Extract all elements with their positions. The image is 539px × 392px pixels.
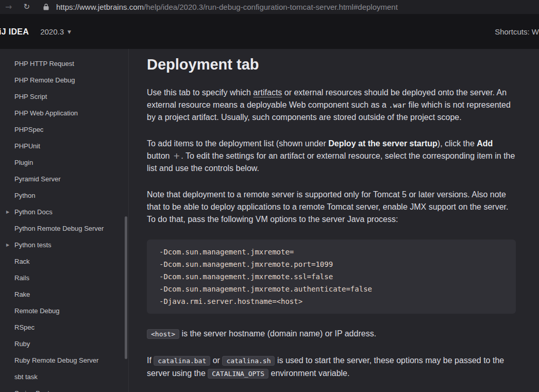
url-domain: https://www.jetbrains.com (56, 3, 144, 11)
site-header: iJ IDEA 2020.3▼ Shortcuts: W (0, 14, 539, 49)
version-selector[interactable]: 2020.3▼ (40, 27, 71, 36)
catalina-paragraph: If catalina.bat or catalina.sh is used t… (147, 354, 516, 380)
text-run: To add items to the deployment list (sho… (147, 139, 328, 148)
sidebar-item-rack[interactable]: Rack (0, 253, 128, 269)
sidebar-item-remote-debug[interactable]: Remote Debug (0, 302, 128, 319)
vm-options-code-block: -Dcom.sun.management.jmxremote=-Dcom.sun… (147, 240, 516, 314)
sidebar-item-label: Rack (14, 258, 30, 265)
sidebar-item-label: PHPUnit (14, 142, 40, 150)
address-bar[interactable]: https://www.jetbrains.com/help/idea/2020… (56, 3, 534, 11)
sidebar-item-php-remote-debug[interactable]: PHP Remote Debug (0, 72, 128, 88)
code-line: -Dcom.sun.management.jmxremote.port=1099 (159, 258, 503, 270)
sidebar-item-label: Remote Debug (14, 307, 59, 315)
sidebar-item-label: sbt task (14, 373, 38, 381)
text-run: If (147, 356, 154, 365)
sidebar-item-label: Rails (14, 274, 29, 282)
sidebar-item-rails[interactable]: Rails (0, 269, 128, 286)
chevron-down-icon: ▼ (68, 29, 71, 35)
sidebar-item-label: Rake (14, 291, 30, 298)
browser-nav-icons: → ↻ (5, 3, 30, 11)
bold-run: Add (477, 139, 493, 148)
sidebar-item-php-http-request[interactable]: PHP HTTP Request (0, 55, 128, 72)
add-icon: + (172, 151, 181, 161)
sidebar-item-rake[interactable]: Rake (0, 286, 128, 302)
sidebar-item-label: PHP HTTP Request (14, 60, 74, 67)
sidebar-item-sbt-task[interactable]: sbt task (0, 368, 128, 385)
url-path: /help/idea/2020.3/run-debug-configuratio… (144, 3, 398, 11)
add-items-paragraph: To add items to the deployment list (sho… (147, 138, 516, 175)
forward-icon[interactable]: → (5, 3, 12, 11)
sidebar-item-label: Plugin (14, 159, 33, 166)
text-run: or (210, 356, 222, 365)
product-logo[interactable]: iJ IDEA (0, 27, 29, 37)
sidebar-item-python-remote-debug-server[interactable]: Python Remote Debug Server (0, 220, 128, 236)
sidebar-item-python-tests[interactable]: ▶Python tests (0, 236, 128, 253)
sidebar-item-label: Ruby (14, 340, 30, 348)
version-label: 2020.3 (40, 27, 64, 36)
chevron-right-icon[interactable]: ▶ (6, 243, 9, 247)
sidebar-item-plugin[interactable]: Plugin (0, 154, 128, 171)
sidebar-item-spring-boot[interactable]: Spring Boot (0, 385, 128, 392)
sidebar-item-ruby[interactable]: Ruby (0, 335, 128, 352)
sidebar-scrollbar-thumb[interactable] (125, 216, 127, 359)
sidebar-item-python[interactable]: Python (0, 187, 128, 203)
sidebar-item-label: Python tests (14, 241, 52, 249)
page-body: PHP HTTP Request PHP Remote Debug PHP Sc… (0, 49, 539, 392)
sidebar-item-phpunit[interactable]: PHPUnit (0, 138, 128, 154)
inline-code: .war (389, 101, 406, 109)
intro-paragraph: Use this tab to specify which artifacts … (147, 87, 516, 124)
sidebar-item-python-docs[interactable]: ▶Python Docs (0, 203, 128, 220)
sidebar-item-label: RSpec (14, 323, 35, 331)
sidebar-item-label: PHPSpec (14, 126, 43, 133)
text-run: Use this tab to specify which (147, 88, 253, 97)
sidebar-item-label: Python (14, 192, 35, 199)
page-title: Deployment tab (147, 56, 516, 73)
reload-icon[interactable]: ↻ (23, 3, 30, 11)
sidebar-item-label: PHP Web Application (14, 109, 78, 117)
sidebar-item-label: Python Docs (14, 208, 53, 216)
sidebar-item-label: PHP Remote Debug (14, 76, 75, 84)
jmx-note-paragraph: Note that deployment to a remote server … (147, 189, 516, 226)
sidebar-nav: PHP HTTP Request PHP Remote Debug PHP Sc… (0, 49, 129, 392)
sidebar-item-label: Spring Boot (14, 389, 49, 392)
inline-code-chip: catalina.bat (154, 356, 210, 366)
sidebar-item-php-script[interactable]: PHP Script (0, 88, 128, 105)
text-run: button (147, 151, 172, 160)
sidebar-item-php-web-application[interactable]: PHP Web Application (0, 105, 128, 121)
inline-code-chip: <host> (147, 329, 179, 339)
inline-code-chip: CATALINA_OPTS (208, 369, 268, 379)
text-run: ), click the (437, 139, 477, 148)
sidebar-item-phpspec[interactable]: PHPSpec (0, 121, 128, 138)
article: Deployment tab Use this tab to specify w… (129, 49, 539, 392)
sidebar-item-pyramid-server[interactable]: Pyramid Server (0, 171, 128, 187)
inline-code-chip: catalina.sh (222, 356, 275, 366)
chevron-right-icon[interactable]: ▶ (6, 210, 9, 214)
text-run: . To edit the settings for an artifact o… (147, 151, 515, 173)
text-run: environment variable. (268, 369, 349, 378)
code-line: -Dcom.sun.management.jmxremote.ssl=false (159, 270, 503, 283)
shortcuts-selector[interactable]: Shortcuts: W (495, 27, 539, 36)
code-line: -Dcom.sun.management.jmxremote= (159, 246, 503, 258)
lock-icon[interactable] (43, 4, 49, 10)
code-line: -Djava.rmi.server.hostname=<host> (159, 295, 503, 308)
sidebar-item-rspec[interactable]: RSpec (0, 319, 128, 335)
sidebar-item-label: Pyramid Server (14, 175, 61, 183)
bold-run: Deploy at the server startup (328, 139, 437, 148)
artifacts-link[interactable]: artifacts (253, 88, 282, 97)
host-paragraph: <host> is the server hostname (domain na… (147, 328, 516, 340)
sidebar-item-ruby-remote-debug-server[interactable]: Ruby Remote Debug Server (0, 352, 128, 368)
sidebar-item-label: Ruby Remote Debug Server (14, 356, 98, 364)
code-line: -Dcom.sun.management.jmxremote.authentic… (159, 283, 503, 295)
sidebar-item-label: Python Remote Debug Server (14, 225, 104, 232)
browser-toolbar: → ↻ https://www.jetbrains.com/help/idea/… (0, 0, 539, 14)
sidebar-item-label: PHP Script (14, 93, 47, 100)
text-run: is the server hostname (domain name) or … (179, 329, 376, 338)
